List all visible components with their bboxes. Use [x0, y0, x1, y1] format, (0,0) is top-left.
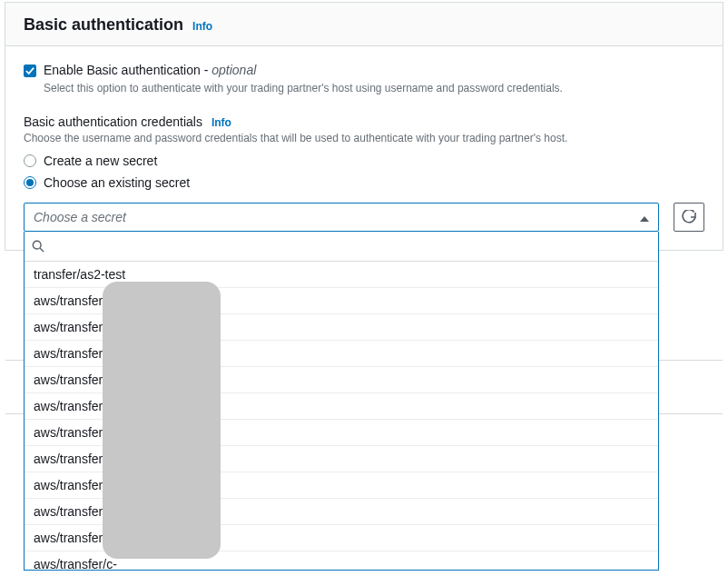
radio-existing-input[interactable] [24, 176, 36, 189]
refresh-button[interactable] [674, 203, 704, 232]
enable-basic-auth-label: Enable Basic authentication - optional [44, 63, 256, 77]
secret-select-placeholder: Choose a secret [34, 210, 126, 224]
select-row: Choose a secret transfer/as2-testaws/tra… [24, 203, 704, 232]
credentials-label-row: Basic authentication credentials Info [24, 114, 704, 129]
dropdown-search-input[interactable] [50, 236, 651, 256]
caret-up-icon [640, 210, 649, 224]
enable-basic-auth-checkbox[interactable] [24, 65, 36, 77]
radio-create-input[interactable] [24, 154, 36, 167]
radio-existing-label: Choose an existing secret [44, 175, 190, 190]
svg-point-0 [33, 241, 41, 249]
dropdown-search-row [25, 232, 658, 261]
panel-body: Enable Basic authentication - optional S… [5, 46, 723, 250]
radio-create-secret[interactable]: Create a new secret [24, 154, 704, 168]
refresh-icon [682, 210, 696, 224]
panel-header: Basic authentication Info [5, 3, 723, 46]
secret-select[interactable]: Choose a secret [24, 203, 659, 232]
enable-basic-auth-row: Enable Basic authentication - optional [24, 63, 704, 77]
search-icon [32, 240, 44, 253]
svg-line-1 [40, 248, 44, 252]
radio-create-label: Create a new secret [44, 154, 157, 168]
redaction-overlay [103, 282, 221, 559]
credentials-label: Basic authentication credentials [24, 114, 202, 129]
panel-title: Basic authentication [24, 15, 183, 35]
credentials-info-link[interactable]: Info [212, 116, 231, 129]
enable-help-text: Select this option to authenticate with … [44, 81, 704, 96]
basic-auth-panel: Basic authentication Info Enable Basic a… [5, 2, 723, 251]
secret-select-wrapper: Choose a secret transfer/as2-testaws/tra… [24, 203, 659, 232]
check-icon [25, 66, 34, 75]
credentials-help: Choose the username and password credent… [24, 131, 704, 146]
radio-existing-secret[interactable]: Choose an existing secret [24, 175, 704, 190]
info-link[interactable]: Info [192, 20, 212, 33]
